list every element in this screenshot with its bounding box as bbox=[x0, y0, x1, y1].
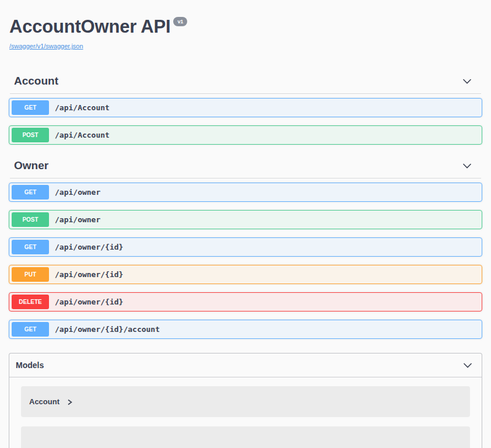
endpoint-post-api-owner[interactable]: POST /api/owner bbox=[9, 210, 482, 229]
operations-list: GET /api/Account POST /api/Account bbox=[9, 94, 482, 145]
models-header[interactable]: Models bbox=[9, 354, 482, 377]
endpoint-delete-api-owner-id[interactable]: DELETE /api/owner/{id} bbox=[9, 292, 482, 312]
method-badge: GET bbox=[12, 185, 49, 200]
method-badge: DELETE bbox=[12, 295, 49, 309]
section-header-owner[interactable]: Owner bbox=[10, 153, 481, 178]
section-title: Account bbox=[14, 75, 58, 88]
method-badge: POST bbox=[12, 212, 49, 227]
chevron-right-icon bbox=[66, 398, 73, 406]
endpoint-path: /api/owner/{id} bbox=[55, 243, 123, 251]
section-account: Account GET /api/Account POST /api/Accou… bbox=[9, 68, 482, 145]
api-title-text: AccountOwner API bbox=[9, 16, 170, 37]
models-content: Account bbox=[9, 377, 482, 448]
swagger-json-link[interactable]: /swagger/v1/swagger.json bbox=[9, 43, 83, 50]
endpoint-path: /api/Account bbox=[55, 131, 110, 139]
method-badge: GET bbox=[12, 240, 49, 254]
method-badge: PUT bbox=[12, 267, 49, 282]
chevron-down-icon[interactable] bbox=[461, 160, 473, 172]
operations-list: GET /api/owner POST /api/owner GET /api/… bbox=[9, 178, 482, 339]
model-row[interactable] bbox=[21, 426, 470, 448]
method-badge: GET bbox=[12, 322, 49, 337]
endpoint-get-api-account[interactable]: GET /api/Account bbox=[9, 98, 482, 117]
endpoint-get-api-owner[interactable]: GET /api/owner bbox=[9, 183, 482, 202]
method-badge: GET bbox=[12, 100, 49, 115]
models-section: Models Account bbox=[9, 353, 482, 448]
page-title: AccountOwner APIv1 bbox=[9, 16, 187, 37]
models-title: Models bbox=[16, 360, 44, 370]
section-header-account[interactable]: Account bbox=[10, 68, 481, 94]
endpoint-path: /api/owner/{id}/account bbox=[55, 325, 160, 334]
endpoint-path: /api/owner/{id} bbox=[55, 270, 123, 279]
endpoint-post-api-account[interactable]: POST /api/Account bbox=[9, 125, 482, 145]
section-title: Owner bbox=[14, 159, 48, 172]
endpoint-path: /api/owner/{id} bbox=[55, 298, 123, 306]
chevron-down-icon[interactable] bbox=[462, 359, 474, 371]
chevron-down-icon[interactable] bbox=[461, 75, 473, 87]
endpoint-get-api-owner-id[interactable]: GET /api/owner/{id} bbox=[9, 237, 482, 257]
section-owner: Owner GET /api/owner POST /api/owner GET… bbox=[9, 153, 482, 339]
endpoint-path: /api/Account bbox=[55, 103, 110, 112]
method-badge: POST bbox=[12, 128, 49, 142]
endpoint-put-api-owner-id[interactable]: PUT /api/owner/{id} bbox=[9, 265, 482, 284]
swagger-page: AccountOwner APIv1 /swagger/v1/swagger.j… bbox=[0, 0, 491, 448]
version-badge: v1 bbox=[173, 17, 187, 26]
model-row-account[interactable]: Account bbox=[21, 386, 470, 417]
model-name: Account bbox=[29, 397, 59, 406]
endpoint-path: /api/owner bbox=[55, 215, 100, 224]
endpoint-path: /api/owner bbox=[55, 188, 100, 197]
api-info: AccountOwner APIv1 /swagger/v1/swagger.j… bbox=[9, 16, 482, 51]
endpoint-get-api-owner-id-account[interactable]: GET /api/owner/{id}/account bbox=[9, 320, 482, 339]
